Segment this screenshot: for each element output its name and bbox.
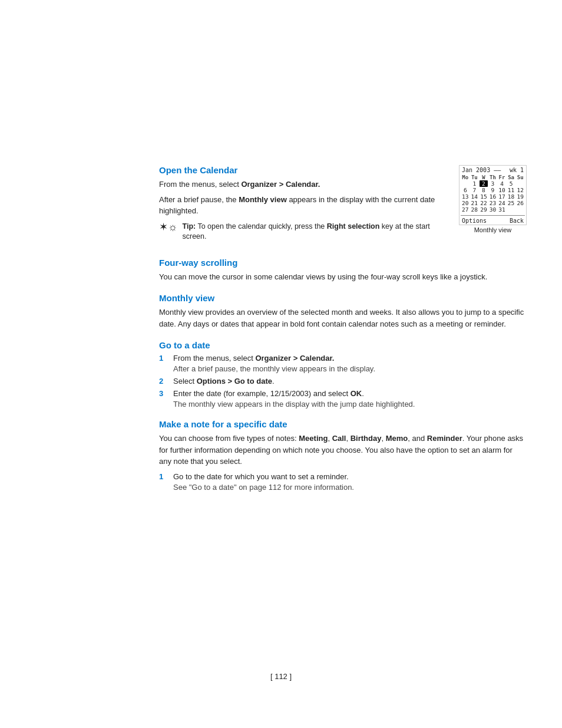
go-to-date-title: Go to a date (159, 340, 527, 350)
cal-cell: 10 (498, 187, 506, 193)
cal-row-1: 1 2 3 4 5 (461, 180, 525, 187)
cal-back-label: Back (510, 218, 524, 224)
cal-header-w: W (480, 174, 488, 180)
four-way-section: Four-way scrolling You can move the curs… (159, 258, 527, 283)
make-note-body: You can choose from five types of notes:… (159, 433, 527, 467)
cal-row-3: 13 14 15 16 17 18 19 (461, 193, 525, 200)
make-note-step-num-1: 1 (159, 472, 167, 481)
cal-cell: 14 (470, 193, 478, 200)
open-calendar-body1: From the menus, select Organizer > Calen… (159, 179, 448, 190)
cal-header-row: Mo Tu W Th Fr Sa Su (461, 174, 525, 180)
step-content-1: From the menus, select Organizer > Calen… (173, 354, 527, 373)
calendar-header: Jan 2003 —— wk 1 (459, 166, 526, 174)
cal-cell: 24 (498, 200, 506, 206)
cal-options-label: Options (462, 218, 487, 224)
cal-cell: 7 (470, 187, 478, 193)
open-calendar-title: Open the Calendar (159, 165, 448, 175)
cal-cell (516, 180, 524, 187)
page-footer: [ 112 ] (0, 672, 562, 681)
cal-cell: 8 (480, 187, 488, 193)
cal-cell: 20 (461, 200, 470, 206)
make-note-section: Make a note for a specific date You can … (159, 419, 527, 492)
cal-cell: 5 (507, 180, 515, 187)
make-note-step-1-sub: See "Go to a date" on page 112 for more … (173, 483, 527, 492)
cal-cell: 9 (488, 187, 497, 193)
make-note-steps: 1 Go to the date for which you want to s… (159, 472, 527, 492)
step-content-3: Enter the date (for example, 12/15/2003)… (173, 389, 527, 409)
cal-row-2: 6 7 8 9 10 11 12 (461, 187, 525, 193)
four-way-title: Four-way scrolling (159, 258, 527, 268)
go-to-date-steps: 1 From the menus, select Organizer > Cal… (159, 354, 527, 409)
cal-cell: 12 (516, 187, 524, 193)
cal-cell: 4 (498, 180, 506, 187)
step-content-2: Select Options > Go to date. (173, 377, 527, 386)
cal-header-mo: Mo (461, 174, 470, 180)
tip-box: ✶☼ Tip: To open the calendar quickly, pr… (159, 222, 448, 242)
step-num-2: 2 (159, 377, 167, 386)
cal-monthly-label: Monthly view (459, 225, 527, 235)
monthly-view-body: Monthly view provides an overview of the… (159, 307, 527, 330)
open-calendar-text: Open the Calendar From the menus, select… (159, 165, 448, 247)
cal-cell: 28 (470, 206, 478, 213)
cal-cell (461, 180, 470, 187)
cal-cell: 30 (488, 206, 497, 213)
cal-cell (507, 206, 515, 213)
tip-text: Tip: To open the calendar quickly, press… (183, 222, 449, 242)
cal-header-th: Th (488, 174, 497, 180)
step-1-main: From the menus, select Organizer > Calen… (173, 354, 527, 363)
four-way-body: You can move the cursor in some calendar… (159, 271, 527, 283)
cal-header-sa: Sa (507, 174, 515, 180)
step-3-main: Enter the date (for example, 12/15/2003)… (173, 389, 527, 398)
monthly-view-title: Monthly view (159, 293, 527, 303)
make-note-step-1-main: Go to the date for which you want to set… (173, 472, 527, 481)
cal-cell: 22 (480, 200, 488, 206)
step-item-2: 2 Select Options > Go to date. (159, 377, 527, 386)
cal-cell: 3 (488, 180, 497, 187)
monthly-view-section: Monthly view Monthly view provides an ov… (159, 293, 527, 330)
cal-cell: 17 (498, 193, 506, 200)
cal-cell: 26 (516, 200, 524, 206)
cal-divider (461, 215, 525, 216)
cal-cell: 25 (507, 200, 515, 206)
calendar-week-label: wk 1 (510, 167, 524, 173)
cal-cell-highlighted: 2 (480, 180, 488, 187)
cal-cell: 18 (507, 193, 515, 200)
step-1-sub: After a brief pause, the monthly view ap… (173, 364, 527, 373)
cal-row-5: 27 28 29 30 31 (461, 206, 525, 213)
step-num-3: 3 (159, 389, 167, 398)
cal-cell: 23 (488, 200, 497, 206)
cal-footer: Options Back (459, 217, 526, 225)
make-note-step-content-1: Go to the date for which you want to set… (173, 472, 527, 492)
cal-header-su: Su (516, 174, 524, 180)
step-2-main: Select Options > Go to date. (173, 377, 527, 386)
page-number: [ 112 ] (270, 672, 292, 681)
cal-header-fr: Fr (498, 174, 506, 180)
make-note-title: Make a note for a specific date (159, 419, 527, 429)
calendar-grid: Mo Tu W Th Fr Sa Su 1 2 3 (459, 174, 526, 214)
tip-icon: ✶☼ (159, 220, 178, 233)
step-3-sub: The monthly view appears in the display … (173, 400, 527, 409)
step-num-1: 1 (159, 354, 167, 363)
cal-row-4: 20 21 22 23 24 25 26 (461, 200, 525, 206)
cal-cell (516, 206, 524, 213)
cal-cell: 27 (461, 206, 470, 213)
cal-cell: 11 (507, 187, 515, 193)
cal-cell: 13 (461, 193, 470, 200)
cal-cell: 29 (480, 206, 488, 213)
cal-cell: 15 (480, 193, 488, 200)
open-calendar-body2: After a brief pause, the Monthly view ap… (159, 194, 448, 217)
page: Open the Calendar From the menus, select… (0, 0, 562, 728)
step-item-1: 1 From the menus, select Organizer > Cal… (159, 354, 527, 373)
calendar-widget: Jan 2003 —— wk 1 Mo Tu W Th Fr Sa Su (459, 165, 527, 235)
content-area: Open the Calendar From the menus, select… (159, 0, 527, 492)
cal-cell: 16 (488, 193, 497, 200)
make-note-step-1: 1 Go to the date for which you want to s… (159, 472, 527, 492)
cal-cell: 21 (470, 200, 478, 206)
cal-cell: 19 (516, 193, 524, 200)
cal-cell: 1 (470, 180, 478, 187)
cal-cell: 6 (461, 187, 470, 193)
calendar-month-label: Jan 2003 —— (462, 167, 501, 173)
step-item-3: 3 Enter the date (for example, 12/15/200… (159, 389, 527, 409)
go-to-date-section: Go to a date 1 From the menus, select Or… (159, 340, 527, 409)
cal-header-tu: Tu (470, 174, 478, 180)
